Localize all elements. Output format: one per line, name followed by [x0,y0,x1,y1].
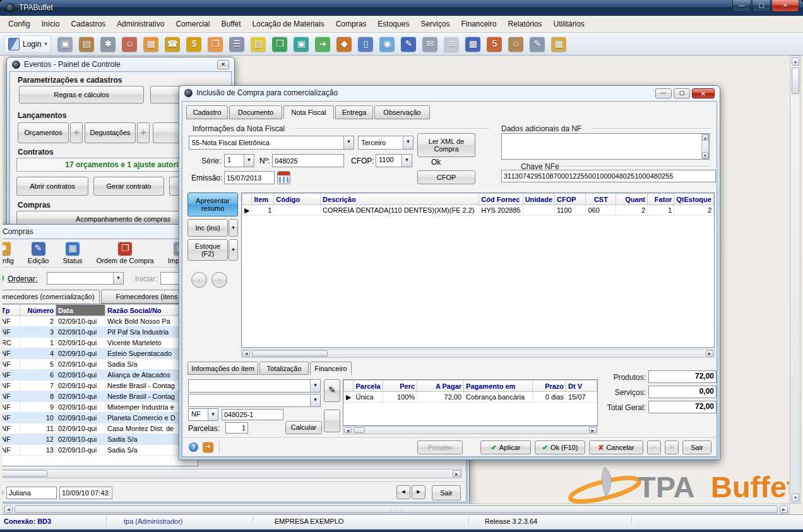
fornecedor-row[interactable]: NF302/09/10-quiPif Paf S/a Industria [3,327,197,338]
estoque-button[interactable]: Estoque (F2) [187,239,228,261]
preview-button[interactable]: Preview [417,440,463,454]
column-header-qtestoque[interactable]: QtEstoque [674,194,714,205]
fornecedor-row[interactable]: RC102/09/10-quiVicente Marteleto [3,338,197,348]
user-add-icon[interactable]: ☺ [508,37,523,52]
confirm-disabled-icon[interactable]: ✔ [647,440,661,454]
menu-item-servic-os[interactable]: Serviços [415,17,455,31]
calendar-icon[interactable] [277,171,290,184]
menu-item-locac-a-o-de-materiais[interactable]: Locação de Materiais [247,17,330,31]
cancelar-button[interactable]: ✘Cancelar [589,440,643,454]
menu-item-cadastros[interactable]: Cadastros [65,17,111,31]
mail-open-icon[interactable]: ✉ [444,37,459,52]
main-vertical-scrollbar[interactable]: ▴ ▾ [790,56,800,504]
menu-item-buffet[interactable]: Buffet [215,17,246,31]
login-button[interactable]: Login ▾ [4,35,51,53]
move-down-icon[interactable]: ↓ [191,272,207,288]
ordenar-select[interactable] [47,272,124,285]
column-header-cfop[interactable]: CFOP [555,194,586,205]
column-header-quant[interactable]: Quant [616,194,648,205]
column-header-parcela[interactable]: Parcela [354,381,383,392]
column-header-perc[interactable]: Perc [383,381,417,392]
chart-pencil-icon[interactable]: ✎ [401,37,416,52]
printer-setup-icon[interactable]: ▣ [57,37,73,52]
inc-button[interactable]: Inc (ins) [187,219,228,237]
orcamentos-add-icon[interactable]: ✛ [70,122,83,143]
column-header-selector[interactable] [344,381,354,392]
column-header-unidade[interactable]: Unidade [523,194,554,205]
tab-entrega[interactable]: Entrega [335,105,373,119]
fin-extra-button[interactable] [324,410,340,432]
schedule-table-icon[interactable]: ▦ [143,37,158,52]
main-horizontal-scrollbar[interactable]: ◄ ⋮⋮⋮ ► [3,504,790,514]
tipo-select[interactable]: Terceiro [358,136,413,150]
serie-select[interactable]: 1 [224,154,254,167]
column-header-descric-a-o[interactable]: Descrição [321,194,479,205]
item-row[interactable]: ▶1CORREIA DENTADA(110 DENTES)(XM)(FE 2.2… [242,205,714,216]
column-header-data[interactable]: Data [56,305,105,316]
column-header-item[interactable]: Item [252,194,274,205]
edit-parcela-icon[interactable]: ✎ [324,379,340,402]
fornecedor-row[interactable]: NF502/09/10-quiSadia S/a [3,359,197,370]
tab-observacao[interactable]: Observação [374,105,430,119]
fornecedor-row[interactable]: NF902/09/10-quiMixtemper Industria e [3,402,197,413]
menu-item-compras[interactable]: Compras [330,17,372,31]
column-header-pagamento-em[interactable]: Pagamento em [464,381,533,392]
ler-xml-button[interactable]: Ler XML de Compra [417,133,475,157]
menu-item-config[interactable]: Config [3,17,36,31]
tab-financeiro[interactable]: Financeiro [310,362,352,375]
abrir-contratos-button[interactable]: Abrir contratos [16,177,88,196]
dialog-sair-button[interactable]: Sair [682,440,711,454]
next-record-icon[interactable]: ► [412,485,425,499]
fornecedor-row[interactable]: NF202/09/10-quiWick Bold Nosso Pa [3,316,197,327]
flag-disabled-icon[interactable]: ⚑ [665,440,679,454]
parcelas-h-scrollbar[interactable]: ◄ ► [343,426,598,434]
archive-blue-icon[interactable]: ▯ [358,37,373,52]
doc-numero-input[interactable] [222,409,283,420]
tab-fornecedores-comercializacao[interactable]: Fornecedores (comercialização) [3,290,100,304]
menu-item-ini-cio[interactable]: Início [36,17,66,31]
book-green-icon[interactable]: ❒ [272,37,287,52]
dialog-assistant-icon[interactable]: ➜ [203,442,213,452]
tab-informacoes-item[interactable]: Informações do item [187,362,258,375]
eventos-close-icon[interactable]: ✕ [217,60,229,69]
fornecedor-row[interactable]: NF702/09/10-quiNestle Brasil - Contag [3,381,197,391]
move-up-icon[interactable]: ↑ [211,272,227,288]
storage-box-icon[interactable]: ▤ [79,37,94,52]
scroll-up-icon[interactable]: ▴ [702,134,708,141]
dialog-help-icon[interactable]: ? [189,442,198,452]
column-header-fator[interactable]: Fator [648,194,674,205]
fornecedor-row[interactable]: NF1302/09/10-quiSadia S/a [3,445,197,456]
fornecedor-row[interactable]: NF802/09/10-quiNestle Brasil - Contag [3,391,197,402]
estoque-dropdown-icon[interactable]: ▾ [229,239,238,261]
column-header-cst[interactable]: CST [586,194,616,205]
column-header-a-pagar[interactable]: A Pagar [417,381,464,392]
dialog-maximize-icon[interactable]: ▢ [674,88,690,98]
tab-totalizacao[interactable]: Totalização [259,362,309,375]
envelope-icon[interactable]: ✉ [422,37,437,52]
chave-nfe-input[interactable] [501,170,716,182]
briefcase-icon[interactable]: ◆ [336,37,352,52]
column-header-selector[interactable] [242,194,252,205]
prev-record-icon[interactable]: ◄ [396,485,410,499]
compras-help-icon[interactable]: ? [3,488,3,497]
minimize-icon[interactable]: — [732,0,751,12]
degustacoes-add-icon[interactable]: ✛ [137,122,150,143]
calendar5-icon[interactable]: 5 [487,37,502,52]
compras-tool-edicao[interactable]: ✎Edição [25,240,52,266]
menu-item-financeiro[interactable]: Financeiro [455,17,502,31]
fornecedor-row[interactable]: NF1002/09/10-quiPlaneta Comercio e D [3,413,197,423]
phone-icon[interactable]: ☎ [165,37,180,52]
scroll-down-icon[interactable]: ▾ [702,152,708,158]
dados-adicionais-textarea[interactable] [501,133,710,160]
copy-doc-icon[interactable]: ❐ [208,37,223,52]
table-export-icon[interactable]: ▦ [551,37,566,52]
table-blue-icon[interactable]: ▦ [465,37,480,52]
fin-select-2[interactable] [188,394,321,407]
compras-sair-button[interactable]: Sair [432,485,461,500]
modelo-select[interactable]: 55-Nota Fiscal Eletrônica [189,136,354,150]
maximize-icon[interactable]: ▢ [752,0,771,12]
cfop-select[interactable]: 1100 [376,154,412,167]
users-icon[interactable]: ☺ [122,37,137,52]
refresh-icon[interactable]: ➜ [3,272,4,283]
doc-tipo-select[interactable]: NF [188,408,218,421]
